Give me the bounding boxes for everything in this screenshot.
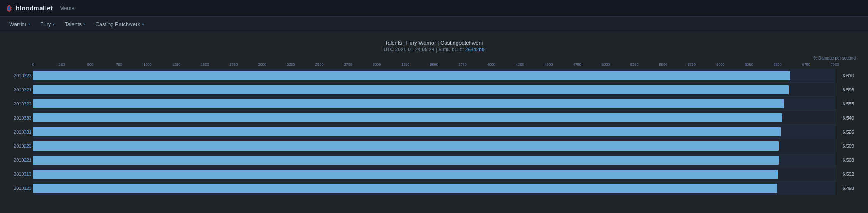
bar-value: 6.540 [842, 115, 854, 120]
tick-label: 2000 [258, 62, 266, 67]
bar-row: 20103216.596 [33, 83, 835, 97]
tick-label: 2500 [315, 62, 324, 67]
tick-label: 3000 [373, 62, 381, 67]
simc-build-link[interactable]: 263a2bb [465, 47, 485, 53]
tick-label: 4250 [516, 62, 524, 67]
nav-fury-label: Fury [40, 21, 51, 27]
bar-label: 2010333 [7, 115, 31, 120]
chart-subtitle: UTC 2021-01-24 05:24 | SimC build: 263a2… [8, 47, 860, 53]
bar-fill [33, 71, 790, 80]
bars-wrapper: 20103236.61020103216.59620103226.5552010… [33, 69, 860, 195]
tick-label: 5500 [659, 62, 667, 67]
tick-label: 1500 [201, 62, 209, 67]
topbar: bloodmallet Meme [0, 0, 868, 17]
tick-label: 3500 [430, 62, 438, 67]
tick-row: 0250500750100012501500175020002250250027… [33, 61, 835, 68]
bar-label: 2010313 [7, 172, 31, 177]
nav-warrior-label: Warrior [9, 21, 26, 27]
bar-fill [33, 156, 779, 165]
bar-label: 2010221 [7, 158, 31, 163]
bar-fill [33, 85, 789, 94]
nav-fury[interactable]: Fury ▾ [36, 19, 59, 30]
bar-value: 6.526 [842, 129, 854, 134]
tick-label: 250 [59, 62, 65, 67]
casting-patchwerk-caret-icon: ▾ [142, 22, 144, 26]
chart-subtitle-text: UTC 2021-01-24 05:24 | SimC build: [384, 47, 465, 53]
bar-row: 20103136.502 [33, 167, 835, 181]
fury-caret-icon: ▾ [53, 22, 55, 26]
bar-label: 2010322 [7, 101, 31, 106]
tick-label: 6500 [774, 62, 782, 67]
bars-area: 20103236.61020103216.59620103226.5552010… [33, 69, 835, 195]
chart-area: Talents | Fury Warrior | Castingpatchwer… [0, 32, 868, 203]
bar-row: 20103236.610 [33, 69, 835, 83]
bar-value: 6.502 [842, 172, 854, 177]
tick-label: 4000 [487, 62, 495, 67]
bar-value: 6.508 [842, 158, 854, 163]
navbar: Warrior ▾ Fury ▾ Talents ▾ Casting Patch… [0, 17, 868, 32]
talents-caret-icon: ▾ [83, 22, 85, 26]
tick-label: 7000 [831, 62, 839, 67]
bar-value: 6.498 [842, 186, 854, 191]
chart-container: % Damage per second 02505007501000125015… [33, 56, 860, 195]
tick-label: 500 [87, 62, 94, 67]
warrior-caret-icon: ▾ [28, 22, 30, 26]
tick-label: 2750 [344, 62, 352, 67]
nav-casting-patchwerk[interactable]: Casting Patchwerk ▾ [91, 19, 148, 30]
bar-value: 6.596 [842, 87, 854, 92]
tick-label: 6750 [802, 62, 810, 67]
bar-value: 6.555 [842, 101, 854, 106]
tick-label: 1000 [144, 62, 152, 67]
meme-label: Meme [60, 5, 75, 11]
tick-label: 4500 [544, 62, 553, 67]
tick-label: 6000 [716, 62, 724, 67]
bar-fill [33, 99, 784, 108]
tick-label: 6250 [745, 62, 753, 67]
tick-label: 4750 [573, 62, 581, 67]
bar-row: 20102216.508 [33, 153, 835, 167]
logo-text: bloodmallet [16, 5, 53, 12]
tick-label: 750 [116, 62, 122, 67]
bar-row: 20101236.498 [33, 181, 835, 195]
tick-label: 1750 [229, 62, 238, 67]
xaxis-label: % Damage per second [33, 56, 860, 60]
nav-talents[interactable]: Talents ▾ [60, 19, 89, 30]
nav-casting-patchwerk-label: Casting Patchwerk [95, 21, 140, 27]
chart-title: Talents | Fury Warrior | Castingpatchwer… [8, 40, 860, 46]
tick-label: 3250 [401, 62, 409, 67]
bar-row: 20103316.526 [33, 125, 835, 139]
bar-value: 6.610 [842, 73, 854, 78]
bar-fill [33, 141, 779, 151]
bar-fill [33, 170, 778, 179]
nav-talents-label: Talents [65, 21, 82, 27]
tick-label: 5250 [630, 62, 639, 67]
logo-area: bloodmallet [5, 4, 53, 12]
bar-label: 2010331 [7, 129, 31, 134]
bar-label: 2010323 [7, 73, 31, 78]
tick-label: 5750 [688, 62, 696, 67]
bar-value: 6.509 [842, 144, 854, 148]
bloodmallet-icon [5, 4, 13, 12]
bar-row: 20102236.509 [33, 139, 835, 153]
bar-fill [33, 127, 781, 136]
tick-label: 2250 [287, 62, 295, 67]
nav-warrior[interactable]: Warrior ▾ [5, 19, 34, 30]
bar-label: 2010223 [7, 144, 31, 148]
grid-line [835, 69, 835, 195]
bar-label: 2010123 [7, 186, 31, 191]
tick-label: 1250 [172, 62, 180, 67]
tick-label: 0 [32, 62, 34, 67]
tick-label: 5000 [602, 62, 610, 67]
bar-row: 20103226.555 [33, 97, 835, 111]
bar-fill [33, 184, 777, 193]
tick-label: 3750 [459, 62, 467, 67]
bar-row: 20103336.540 [33, 111, 835, 125]
bar-fill [33, 113, 782, 122]
bar-label: 2010321 [7, 87, 31, 92]
